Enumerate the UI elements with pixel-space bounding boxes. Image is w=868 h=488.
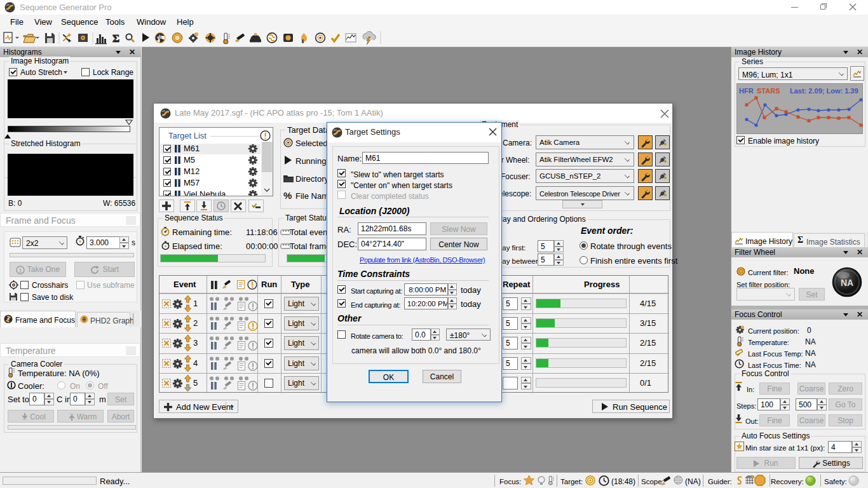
svg-text:Σ: Σ (112, 32, 119, 44)
svg-text:NA: NA (841, 278, 853, 288)
svg-text:%: % (283, 190, 292, 201)
svg-text:1: 1 (19, 268, 22, 274)
